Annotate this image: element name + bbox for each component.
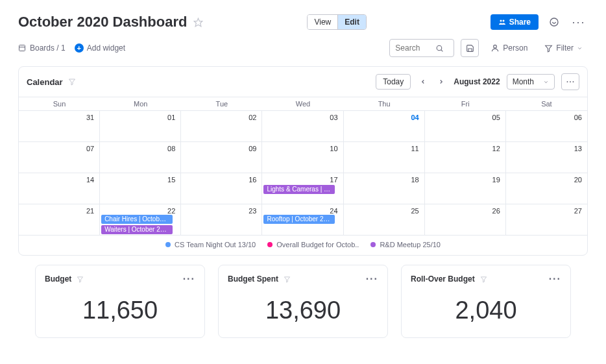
calendar-cell[interactable]: 15 [100, 173, 181, 204]
date-number: 14 [86, 176, 94, 184]
filter-button[interactable]: Filter [539, 39, 588, 57]
stat-title: Budget [45, 274, 71, 284]
date-number: 25 [411, 207, 418, 215]
svg-rect-4 [19, 45, 25, 51]
calendar-cell[interactable]: 16 [181, 173, 262, 204]
day-head: Tue [181, 97, 262, 110]
stat-header: Budget Spent ··· [228, 273, 378, 285]
date-number: 02 [248, 114, 256, 121]
calendar-cell[interactable]: 13 [506, 141, 587, 173]
svg-point-6 [437, 45, 442, 51]
dashboard-app: October 2020 Dashboard View Edit Share ·… [18, 12, 588, 338]
edit-tab[interactable]: Edit [338, 15, 366, 29]
calendar-cell[interactable]: 27 [506, 204, 587, 235]
calendar-cell[interactable]: 25 [344, 204, 425, 235]
share-label: Share [509, 18, 531, 27]
calendar-cell[interactable]: 20 [506, 173, 587, 204]
calendar-cell[interactable]: 24 Rooftop | October 202.. [262, 204, 343, 235]
calendar-cell[interactable]: 05 [425, 110, 506, 141]
favorite-star-icon[interactable] [193, 18, 203, 27]
search-input[interactable] [395, 43, 431, 53]
svg-line-7 [441, 49, 443, 51]
calendar-cell[interactable]: 19 [425, 173, 506, 204]
svg-marker-0 [195, 18, 203, 27]
stat-filter-icon[interactable] [77, 276, 84, 283]
date-number: 26 [492, 207, 500, 215]
svg-point-3 [550, 18, 558, 26]
stat-more-button[interactable]: ··· [366, 273, 378, 285]
calendar-event[interactable]: Lights & Cameras | Oc.. [263, 185, 335, 194]
view-edit-toggle: View Edit [307, 14, 366, 30]
calendar-cell[interactable]: 21 [19, 204, 100, 235]
date-number: 04 [411, 114, 418, 121]
stat-filter-icon[interactable] [480, 276, 487, 283]
day-head: Sat [506, 97, 587, 110]
date-number: 31 [86, 114, 94, 121]
calendar-cell[interactable]: 22 Chair Hires | October 2.. Waiters | O… [100, 204, 181, 235]
stat-header: Roll-Over Budget ··· [411, 273, 561, 285]
calendar-cell[interactable]: 08 [100, 141, 181, 173]
calendar-cell[interactable]: 06 [506, 110, 587, 141]
calendar-event[interactable]: Chair Hires | October 2.. [101, 215, 173, 224]
stat-header: Budget ··· [45, 273, 195, 285]
next-month-button[interactable] [435, 79, 447, 85]
calendar-cell[interactable]: 01 [100, 110, 181, 141]
stat-card-rollover: Roll-Over Budget ··· 2,040 [401, 265, 571, 338]
calendar-cell[interactable]: 17 Lights & Cameras | Oc.. [262, 173, 343, 204]
stat-value: 13,690 [228, 297, 378, 324]
svg-point-8 [494, 45, 497, 48]
calendar-event[interactable]: Rooftop | October 202.. [263, 215, 335, 224]
calendar-cell[interactable]: 11 [344, 141, 425, 173]
prev-month-button[interactable] [417, 79, 429, 85]
calendar-cell[interactable]: 10 [262, 141, 343, 173]
stat-title: Roll-Over Budget [411, 274, 475, 284]
stat-more-button[interactable]: ··· [549, 273, 561, 285]
date-number: 06 [574, 114, 582, 121]
calendar-cell[interactable]: 03 [262, 110, 343, 141]
header-actions: Share ··· [491, 13, 588, 31]
activity-icon[interactable] [545, 13, 563, 31]
page-header: October 2020 Dashboard View Edit Share ·… [18, 12, 588, 36]
calendar-cell[interactable]: 12 [425, 141, 506, 173]
stat-more-button[interactable]: ··· [183, 273, 195, 285]
calendar-cell[interactable]: 31 [19, 110, 100, 141]
plus-icon: + [75, 43, 84, 53]
calendar-more-button[interactable]: ··· [561, 73, 579, 90]
breadcrumb[interactable]: Boards / 1 [18, 43, 66, 53]
calendar-cell[interactable]: 09 [181, 141, 262, 173]
svg-marker-11 [78, 276, 83, 282]
search-input-wrapper[interactable] [389, 39, 454, 57]
calendar-cell[interactable]: 02 [181, 110, 262, 141]
date-number: 17 [330, 176, 337, 184]
more-icon[interactable]: ··· [570, 13, 588, 31]
calendar-event[interactable]: Waiters | October 202.. [101, 225, 173, 234]
search-icon [435, 44, 444, 53]
add-widget-label: Add widget [87, 43, 125, 53]
view-mode-select[interactable]: Month [507, 74, 555, 90]
date-number: 18 [411, 176, 418, 184]
calendar-cell[interactable]: 04 [344, 110, 425, 141]
calendar-cell[interactable]: 26 [425, 204, 506, 235]
calendar-cell[interactable]: 07 [19, 141, 100, 173]
date-number: 24 [330, 207, 337, 215]
add-widget-button[interactable]: + Add widget [75, 43, 125, 53]
legend-dot-icon [165, 242, 171, 247]
svg-point-1 [500, 20, 502, 22]
person-icon [491, 43, 500, 53]
today-button[interactable]: Today [376, 74, 411, 90]
date-number: 10 [330, 145, 337, 152]
legend-item: R&D Meetup 25/10 [370, 241, 441, 249]
calendar-cell[interactable]: 14 [19, 173, 100, 204]
save-icon[interactable] [461, 39, 479, 57]
share-button[interactable]: Share [491, 14, 539, 30]
person-filter[interactable]: Person [485, 39, 533, 57]
legend-dot-icon [370, 242, 376, 247]
calendar-widget: Calendar Today August 2022 Month ··· [18, 66, 588, 256]
stat-value: 11,650 [45, 297, 195, 324]
calendar-cell[interactable]: 23 [181, 204, 262, 235]
stat-filter-icon[interactable] [284, 276, 291, 283]
calendar-filter-icon[interactable] [68, 78, 76, 86]
view-tab[interactable]: View [308, 15, 338, 29]
calendar-cell[interactable]: 18 [344, 173, 425, 204]
calendar-controls: Today August 2022 Month ··· [376, 73, 579, 90]
